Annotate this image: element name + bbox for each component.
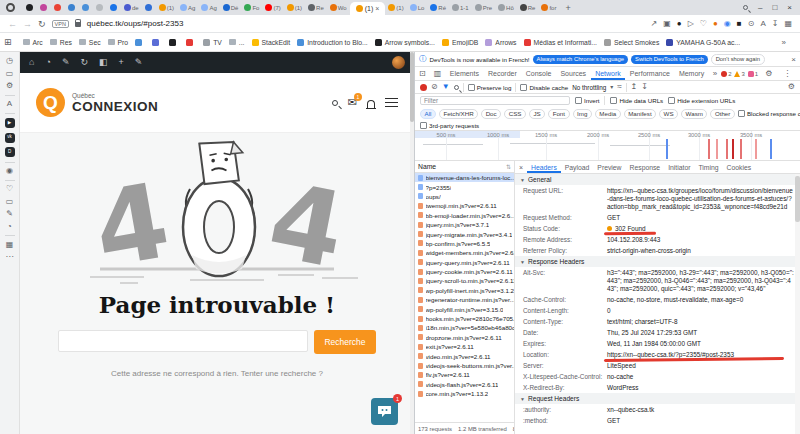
request-row[interactable]: regenerator-runtime.min.js?ver... <box>415 295 514 304</box>
request-row[interactable]: jquery-query.min.js?ver=2.6.11 <box>415 258 514 267</box>
filter-pill[interactable]: All <box>420 109 436 119</box>
throttling-caret-icon[interactable]: ▾ <box>610 84 613 90</box>
browser-tab[interactable]: (7) <box>262 0 283 15</box>
filter-pill[interactable]: Wasm <box>681 109 707 119</box>
admin-bar-icon[interactable]: ✎ <box>62 58 70 67</box>
third-party-checkbox[interactable]: 3rd-party requests <box>420 122 479 129</box>
extension-icon[interactable]: ▣ <box>663 20 671 28</box>
bookmark-item[interactable] <box>169 39 179 46</box>
vpn-badge[interactable]: VPN <box>52 20 69 28</box>
request-row[interactable]: bb-emoji-loader.min.js?ver=2.6... <box>415 211 514 220</box>
browser-tab[interactable] <box>107 0 121 15</box>
request-headers-section-header[interactable]: ▼Request Headers <box>515 393 800 404</box>
detail-tab[interactable]: Timing <box>694 161 722 173</box>
page-scrollbar[interactable] <box>410 52 414 434</box>
scroll-arrows-icon[interactable]: ⇅ <box>506 163 511 170</box>
admin-bar-icon[interactable]: ◔ <box>45 58 50 67</box>
browser-tab[interactable]: (1) <box>385 0 406 15</box>
detail-tab[interactable]: Initiator <box>664 161 694 173</box>
filter-pill[interactable]: Fetch/XHR <box>439 109 478 119</box>
network-conditions-icon[interactable]: ≈ <box>617 83 621 91</box>
tab-close-icon[interactable]: × <box>375 5 379 12</box>
issues-badge[interactable]: 1 <box>748 71 758 77</box>
site-logo[interactable]: Q <box>36 88 65 117</box>
sidebar-rail-icon[interactable]: vk <box>5 133 15 143</box>
restore-button[interactable]: □ <box>772 3 777 12</box>
request-row[interactable]: oups/ <box>415 192 514 201</box>
notifications-bell-icon[interactable] <box>367 100 375 108</box>
sidebar-rail-icon[interactable]: ▭ <box>6 70 14 78</box>
bookmark-item[interactable]: EmojiDB <box>442 39 478 46</box>
browser-tab[interactable]: Re <box>305 0 327 15</box>
hide-extension-urls-checkbox[interactable]: Hide extension URLs <box>668 97 735 104</box>
filter-pill[interactable]: Font <box>548 109 569 119</box>
browser-tab[interactable]: Pre <box>472 0 495 15</box>
admin-bar-icon[interactable]: ✎ <box>135 58 143 67</box>
sidebar-rail-icon[interactable]: ⋯ <box>6 253 14 261</box>
bookmark-item[interactable]: Arrows <box>485 39 516 46</box>
request-row[interactable]: hooks.min.js?ver=2810c76e705... <box>415 314 514 323</box>
sidebar-rail-icon[interactable]: ▶ <box>5 118 15 128</box>
preserve-log-checkbox[interactable]: Preserve log <box>468 84 512 91</box>
browser-logo-icon[interactable] <box>6 3 15 12</box>
extension-icon[interactable]: ⊙ <box>748 20 755 28</box>
hide-data-urls-checkbox[interactable]: Hide data URLs <box>610 97 663 104</box>
sidebar-rail-icon[interactable]: ✎ <box>6 210 13 218</box>
warning-badge[interactable]: 3 <box>734 71 744 77</box>
browser-tab[interactable] <box>142 0 156 15</box>
network-filter-input[interactable] <box>420 96 570 105</box>
bookmark-item[interactable] <box>186 39 196 46</box>
browser-tab[interactable]: Wo <box>327 0 350 15</box>
detail-tab[interactable]: Payload <box>561 161 594 173</box>
record-icon[interactable] <box>420 84 427 91</box>
search-submit-button[interactable]: Recherche <box>314 330 376 354</box>
close-button[interactable]: × <box>787 3 792 12</box>
active-browser-tab[interactable]: (1) × <box>350 2 386 15</box>
admin-bar-icon[interactable]: ⌂ <box>29 58 34 67</box>
detail-tab[interactable]: Response <box>626 161 665 173</box>
invert-checkbox[interactable]: Invert <box>575 97 599 104</box>
filter-pill[interactable]: JS <box>529 109 545 119</box>
bookmark-item[interactable]: Res <box>50 39 72 46</box>
browser-tab[interactable]: Hô <box>495 0 517 15</box>
chat-widget-button[interactable]: 1 <box>371 398 398 425</box>
sidebar-rail-icon[interactable]: ⚙ <box>6 82 13 90</box>
bookmark-item[interactable] <box>152 39 162 46</box>
filter-pill[interactable]: Media <box>595 109 621 119</box>
filter-pill[interactable]: Doc <box>481 109 501 119</box>
sidebar-rail-icon[interactable] <box>5 113 15 114</box>
browser-tab[interactable] <box>51 0 65 15</box>
sidebar-rail-icon[interactable]: ◔ <box>7 223 12 231</box>
network-timeline-overview[interactable]: 500 ms1000 ms1500 ms2000 ms2500 ms3000 m… <box>415 131 800 161</box>
browser-tab[interactable] <box>79 0 93 15</box>
request-row[interactable]: bp-confirm.js?ver=6.5.5 <box>415 239 514 248</box>
dismiss-button[interactable]: Don't show again <box>711 54 765 65</box>
browser-tab[interactable]: Ag <box>177 0 198 15</box>
browser-tab[interactable]: Ag <box>198 0 219 15</box>
sidebar-rail-icon[interactable]: ▦ <box>6 241 14 249</box>
detail-tab[interactable]: Preview <box>593 161 625 173</box>
extension-icon[interactable]: ♡ <box>700 20 707 28</box>
browser-tab[interactable]: Ré <box>427 0 449 15</box>
request-row[interactable]: bienvenue-dans-les-forums-loc... <box>415 173 514 182</box>
sidebar-rail-icon[interactable]: ▭ <box>6 198 14 206</box>
devtools-tab[interactable]: Console <box>521 67 556 80</box>
devtools-tab[interactable]: Memory <box>674 67 708 80</box>
sidebar-rail-icon[interactable] <box>5 235 15 236</box>
bookmark-item[interactable]: Sec <box>79 39 101 46</box>
request-row[interactable]: jquery-cookie.min.js?ver=2.6.11 <box>415 267 514 276</box>
extension-icon[interactable]: ● <box>677 20 682 28</box>
devtools-tab[interactable]: Network <box>591 67 626 80</box>
menu-hamburger-icon[interactable] <box>385 98 398 108</box>
browser-tab[interactable]: (1) <box>156 0 177 15</box>
bookmark-item[interactable]: Introduction to Blo... <box>297 39 367 46</box>
reload-button[interactable]: ↻ <box>38 19 46 29</box>
forward-button[interactable]: → <box>23 19 32 29</box>
detail-scrollbar[interactable] <box>795 174 800 434</box>
blocked-cookies-checkbox[interactable]: Blocked response cookies <box>738 110 800 117</box>
browser-tab[interactable]: de <box>121 0 142 15</box>
bookmark-item[interactable]: Arrow symbols... <box>375 39 435 46</box>
request-row[interactable]: dropzone.min.js?ver=2.6.11 <box>415 333 514 342</box>
lock-icon[interactable] <box>75 22 81 27</box>
browser-tab[interactable]: 1-1 <box>449 0 472 15</box>
